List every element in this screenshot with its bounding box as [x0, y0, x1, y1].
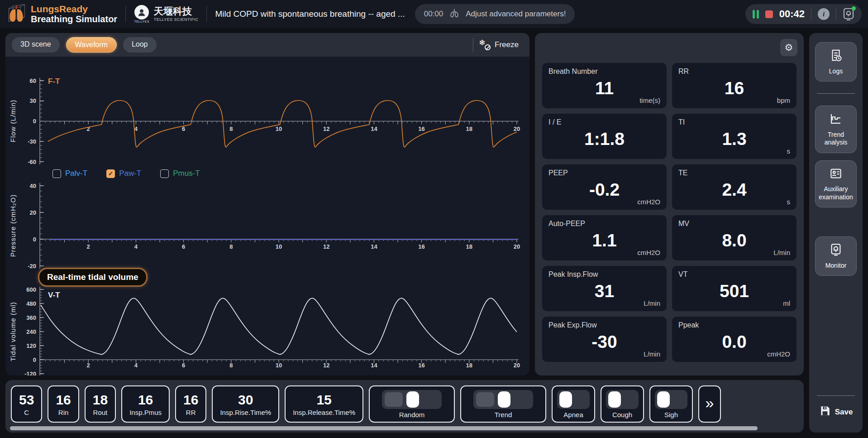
toggle-card-cough[interactable]: Cough — [601, 385, 644, 423]
toggle-card-random[interactable]: Random — [369, 385, 455, 423]
x-tick-label: 2 — [87, 125, 90, 132]
x-tick-label: 10 — [276, 243, 282, 250]
save-button[interactable]: Save — [819, 405, 853, 419]
toggle-card-apnea[interactable]: Apnea — [552, 385, 595, 423]
sidebar-item-auxiliary-examination[interactable]: Auxiliary examination — [815, 160, 857, 208]
measurement-label: TE — [678, 169, 790, 177]
y-tick-label: 40 — [30, 183, 36, 189]
x-tick-label: 16 — [418, 362, 424, 369]
brand-logo-text: TELLYES — [134, 20, 149, 23]
measurement-value: 501 — [672, 281, 796, 301]
parameter-value: 18 — [93, 392, 108, 407]
x-tick-label: 8 — [229, 243, 233, 250]
parameter-value: 53 — [19, 392, 34, 407]
measurement-label: TI — [678, 118, 790, 126]
measurement-card-ti: TI1.3s — [672, 114, 796, 159]
measurement-value: -0.2 — [542, 180, 667, 200]
brand-names: 天堰科技 TELLYES SCIENTIFIC — [154, 6, 199, 22]
run-divider — [811, 8, 811, 20]
legend-checkbox-palv-t[interactable]: Palv-T — [52, 169, 87, 178]
measurement-unit: L/min — [644, 350, 660, 358]
device-notification-icon[interactable] — [843, 8, 854, 20]
x-tick-label: 20 — [514, 125, 520, 132]
x-tick-label: 14 — [371, 243, 377, 250]
parameter-card-insp-rise-time-[interactable]: 30Insp.Rise.Time% — [212, 385, 279, 423]
status-bar[interactable]: 00:00 Adjust advanced parameters! — [415, 4, 575, 24]
toggle-knob[interactable] — [406, 391, 419, 408]
freeze-button[interactable]: ❄ Freeze — [480, 39, 519, 50]
measurement-unit: time(s) — [639, 96, 660, 104]
x-tick-label: 12 — [323, 125, 329, 132]
measurement-value: 1.3 — [672, 129, 796, 149]
sidebar-item-label: Monitor — [825, 262, 847, 270]
waveform-charts[interactable]: 60300-30-602468101214161820F-TFlow (L/mi… — [5, 57, 529, 375]
measurement-label: RR — [678, 67, 790, 76]
parameter-card-rin[interactable]: 16Rin — [48, 385, 79, 423]
sidebar-divider — [817, 395, 855, 396]
parameter-card-rout[interactable]: 18Rout — [85, 385, 116, 423]
parameter-card-insp-pmus[interactable]: 16Insp.Pmus — [121, 385, 170, 423]
measurement-value: 1:1.8 — [542, 129, 667, 149]
toggle-card-sigh[interactable]: Sigh — [649, 385, 693, 423]
gear-icon[interactable]: ⚙ — [780, 39, 797, 56]
toggle-knob[interactable] — [559, 391, 572, 408]
notification-dot — [852, 6, 856, 10]
sidebar-divider — [817, 93, 855, 94]
measurement-label: I / E — [548, 118, 660, 126]
toggle-trend[interactable] — [473, 390, 533, 409]
lungs-logo-icon — [6, 2, 26, 26]
measurement-unit: s — [787, 147, 791, 155]
tab-3d-scene[interactable]: 3D scene — [12, 37, 60, 53]
waveform-panel: 3D sceneWaveformLoop ❄ Freeze 60300-30-6… — [5, 33, 529, 375]
toggle-label: Trend — [495, 411, 512, 419]
parameter-card-c[interactable]: 53C — [11, 385, 42, 423]
save-icon — [819, 405, 831, 419]
x-tick-label: 14 — [371, 125, 377, 132]
save-label: Save — [835, 408, 853, 417]
pressure-legend: Palv-T✓Paw-TPmus-T — [52, 169, 200, 178]
brand-name-en: TELLYES SCIENTIFIC — [154, 17, 199, 22]
sidebar-item-monitor[interactable]: Monitor — [815, 236, 857, 276]
toggle-sigh[interactable] — [655, 390, 687, 409]
toggle-label: Random — [399, 411, 425, 419]
parameter-card-rr[interactable]: 16RR — [175, 385, 206, 423]
toggle-cough[interactable] — [606, 390, 639, 409]
measurement-label: Auto-PEEP — [548, 220, 660, 228]
measurement-value: 1.1 — [542, 231, 667, 250]
toggle-knob[interactable] — [657, 391, 670, 408]
waveform-flow — [48, 101, 517, 147]
info-icon[interactable]: i — [818, 8, 830, 20]
y-tick-label: 120 — [26, 342, 36, 349]
sidebar-item-logs[interactable]: Logs — [815, 42, 857, 82]
toggle-apnea[interactable] — [557, 390, 590, 409]
toggle-card-trend[interactable]: Trend — [460, 385, 546, 423]
waveform-volume — [41, 298, 517, 354]
measurement-unit: L/min — [773, 249, 790, 256]
checkbox-icon — [160, 169, 169, 178]
toggle-random[interactable] — [382, 390, 442, 409]
measurement-card-i-e: I / E1:1.8 — [542, 114, 667, 159]
x-tick-label: 16 — [418, 125, 424, 132]
stop-button[interactable] — [765, 10, 773, 18]
toggle-knob[interactable] — [608, 391, 621, 408]
run-controls: 00:42 i — [745, 4, 862, 24]
measurement-card-breath-number: Breath Number11time(s) — [542, 63, 667, 108]
expand-parameters-button[interactable]: » — [698, 385, 721, 423]
y-tick-label: 0 — [33, 356, 36, 363]
measurement-card-peak-insp-flow: Peak Insp.Flow31L/min — [542, 266, 667, 311]
legend-checkbox-pmus-t[interactable]: Pmus-T — [160, 169, 200, 178]
sidebar-item-trend-analysis[interactable]: Trend analysis — [815, 106, 857, 153]
legend-checkbox-paw-t[interactable]: ✓Paw-T — [106, 169, 141, 178]
measurement-value: 31 — [542, 281, 667, 301]
horizontal-scrollbar[interactable] — [10, 426, 758, 430]
pause-button[interactable] — [753, 10, 759, 19]
tellyes-avatar-icon — [134, 5, 149, 19]
measurement-unit: cmH2O — [637, 249, 660, 256]
toggle-knob[interactable] — [498, 391, 510, 408]
parameter-card-insp-release-time-[interactable]: 15Insp.Release.Time% — [285, 385, 363, 423]
measurement-label: MV — [678, 220, 790, 228]
tab-loop[interactable]: Loop — [123, 37, 157, 53]
brand-name-cn: 天堰科技 — [154, 6, 199, 16]
measurement-card-mv: MV8.0L/min — [672, 215, 796, 260]
tab-waveform[interactable]: Waveform — [66, 37, 117, 53]
